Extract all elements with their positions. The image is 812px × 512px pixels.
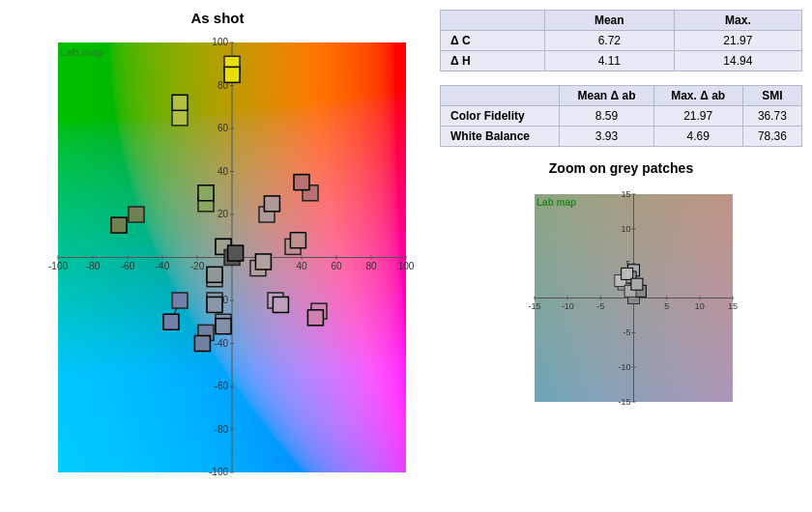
row-mean: 6.72	[544, 31, 674, 51]
row-mean: 4.11	[544, 51, 674, 71]
row-mean: 3.93	[560, 127, 653, 147]
col-mean-ab: Mean Δ ab	[560, 86, 653, 106]
table-row: Color Fidelity 8.59 21.97 36.73	[441, 106, 802, 127]
row-max: 21.97	[653, 106, 742, 127]
table-row: Δ C 6.72 21.97	[441, 31, 802, 51]
main-canvas-wrap	[10, 28, 425, 501]
table-row: Δ H 4.11 14.94	[441, 51, 802, 71]
row-max: 21.97	[674, 31, 801, 51]
zoom-chart-title: Zoom on grey patches	[440, 160, 802, 176]
row-label: Color Fidelity	[441, 106, 560, 127]
col-smi: SMI	[742, 86, 801, 106]
main-canvas	[10, 28, 425, 501]
table-row: White Balance 3.93 4.69 78.36	[441, 127, 802, 147]
row-mean: 8.59	[560, 106, 653, 127]
col-mean: Mean	[544, 11, 674, 31]
row-smi: 78.36	[742, 127, 801, 147]
right-panel: Mean Max. Δ C 6.72 21.97Δ H 4.11 14.94 M…	[440, 10, 802, 431]
col-max: Max.	[674, 11, 801, 31]
col-empty	[441, 11, 545, 31]
row-max: 14.94	[674, 51, 801, 71]
row-smi: 36.73	[742, 106, 801, 127]
fidelity-table: Mean Δ ab Max. Δ ab SMI Color Fidelity 8…	[440, 85, 802, 147]
col-empty2	[441, 86, 560, 106]
main-lab-chart: As shot	[10, 10, 425, 502]
col-max-ab: Max. Δ ab	[653, 86, 742, 106]
zoom-canvas	[496, 180, 747, 431]
zoom-chart-wrap	[496, 180, 747, 431]
row-label: Δ C	[441, 31, 545, 51]
row-label: White Balance	[441, 127, 560, 147]
row-label: Δ H	[441, 51, 545, 71]
main-chart-title: As shot	[10, 10, 425, 26]
row-max: 4.69	[653, 127, 742, 147]
delta-table: Mean Max. Δ C 6.72 21.97Δ H 4.11 14.94	[440, 10, 802, 71]
